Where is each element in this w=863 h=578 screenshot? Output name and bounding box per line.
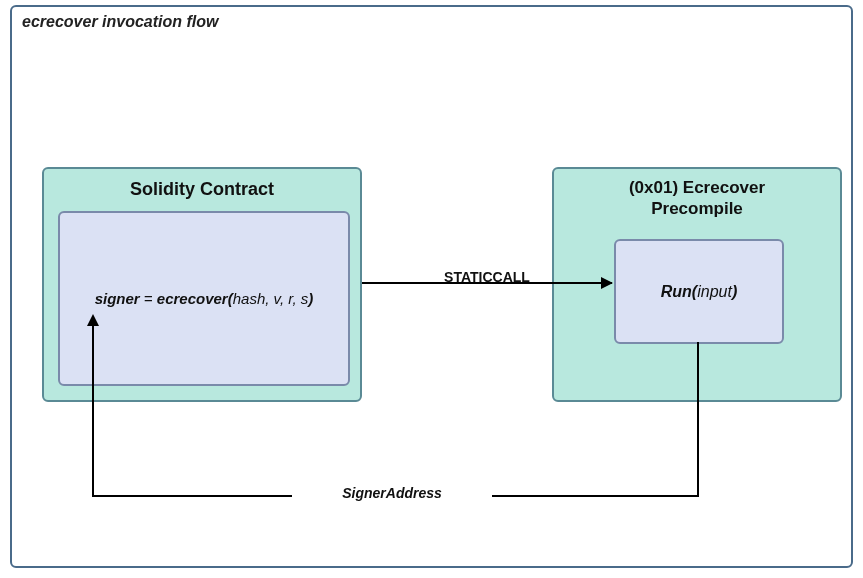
precompile-title: (0x01) Ecrecover Precompile — [554, 169, 840, 226]
precompile-fn: Run( — [661, 283, 697, 300]
solidity-contract-box: Solidity Contract signer = ecrecover(has… — [42, 167, 362, 402]
precompile-title-line2: Precompile — [651, 199, 743, 218]
code-fn: ecrecover( — [157, 290, 233, 307]
code-args: hash, v, r, s — [233, 290, 309, 307]
code-signer: signer — [95, 290, 140, 307]
precompile-close: ) — [732, 283, 737, 300]
solidity-contract-code: signer = ecrecover(hash, v, r, s) — [95, 289, 314, 309]
diagram-title: ecrecover invocation flow — [22, 13, 219, 31]
solidity-contract-title: Solidity Contract — [44, 169, 360, 208]
code-close: ) — [308, 290, 313, 307]
diagram-frame: ecrecover invocation flow Solidity Contr… — [10, 5, 853, 568]
code-eq: = — [140, 290, 157, 307]
solidity-contract-code-box: signer = ecrecover(hash, v, r, s) — [58, 211, 350, 386]
call-arrow-label: STATICCALL — [362, 269, 612, 285]
precompile-args: input — [697, 283, 732, 300]
precompile-code-box: Run(input) — [614, 239, 784, 344]
precompile-code: Run(input) — [661, 283, 737, 301]
return-arrow-label: SignerAddress — [292, 485, 492, 501]
precompile-title-line1: (0x01) Ecrecover — [629, 178, 765, 197]
